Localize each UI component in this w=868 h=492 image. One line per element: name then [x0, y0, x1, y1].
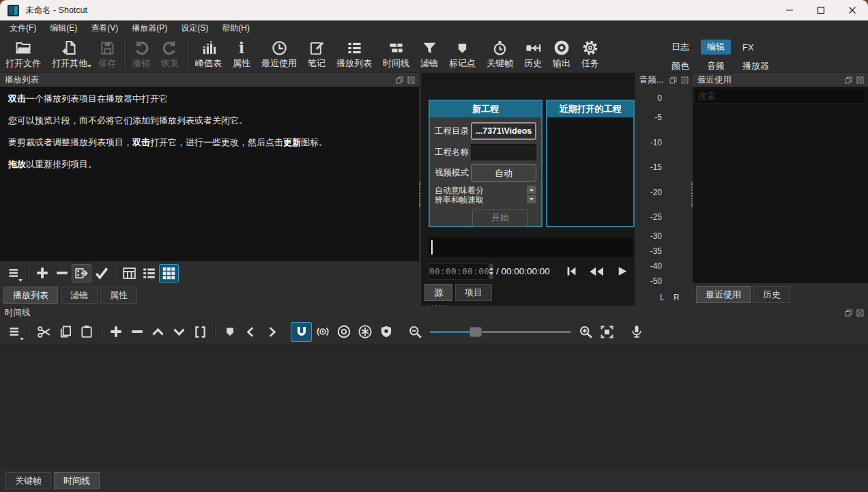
- ripple-markers-button[interactable]: [375, 322, 396, 342]
- append-button[interactable]: [105, 322, 126, 342]
- ripple-toggle-button[interactable]: [333, 322, 354, 342]
- menu-view[interactable]: 查看(V): [84, 20, 125, 35]
- audio-panel-header: 音频...: [635, 73, 693, 87]
- skip-to-start-button[interactable]: [562, 263, 581, 280]
- rewind-button[interactable]: [585, 263, 608, 280]
- tab-filters[interactable]: 滤镜: [61, 287, 98, 304]
- playlist-open-clip-button[interactable]: [72, 264, 91, 283]
- close-panel-icon[interactable]: [855, 308, 865, 317]
- playlist-panel-title: 播放列表: [0, 74, 394, 86]
- tab-keyframes[interactable]: 关键帧: [5, 472, 51, 489]
- zoom-out-button[interactable]: [405, 322, 426, 342]
- float-panel-icon[interactable]: [843, 75, 853, 85]
- notes-button[interactable]: 笔记: [302, 35, 331, 72]
- timeline-button[interactable]: 时间线: [377, 35, 415, 72]
- open-file-button[interactable]: 打开文件: [0, 35, 46, 72]
- tab-properties[interactable]: 属性: [100, 287, 137, 304]
- tab-project[interactable]: 项目: [455, 284, 492, 301]
- ripple-all-tracks-button[interactable]: [354, 322, 375, 342]
- close-panel-icon[interactable]: [680, 75, 689, 85]
- cut-button[interactable]: [33, 322, 55, 342]
- filters-button[interactable]: 滤镜: [415, 35, 444, 72]
- timeline-zoom-slider[interactable]: [430, 326, 571, 337]
- history-button[interactable]: 历史: [519, 35, 547, 72]
- layout-player-button[interactable]: 播放器: [736, 59, 775, 74]
- playlist-button[interactable]: 播放列表: [331, 35, 377, 72]
- snap-toggle-button[interactable]: [291, 322, 312, 342]
- overwrite-button[interactable]: [169, 322, 190, 342]
- keyframes-button[interactable]: 关键帧: [481, 35, 519, 72]
- float-panel-icon[interactable]: [394, 75, 404, 85]
- playlist-menu-button[interactable]: [4, 264, 24, 283]
- close-panel-icon[interactable]: [406, 75, 416, 85]
- playhead-cursor[interactable]: [431, 240, 433, 255]
- create-marker-button[interactable]: [219, 322, 240, 342]
- menu-help[interactable]: 帮助(H): [215, 20, 257, 35]
- zoom-in-button[interactable]: [575, 322, 596, 342]
- layout-color-button[interactable]: 颜色: [665, 59, 695, 74]
- start-button[interactable]: 开始: [472, 209, 528, 227]
- recent-projects-list[interactable]: [547, 117, 633, 225]
- project-folder-button[interactable]: ...7371\Videos: [471, 122, 536, 140]
- menu-settings[interactable]: 设定(S): [174, 20, 215, 35]
- player-seek-bar[interactable]: [429, 237, 633, 257]
- scrub-while-dragging-button[interactable]: [312, 322, 333, 342]
- menu-file[interactable]: 文件(F): [3, 20, 43, 35]
- layout-audio-button[interactable]: 音频: [701, 59, 731, 74]
- hint-scroll-up-button[interactable]: [527, 186, 536, 194]
- recent-button[interactable]: 最近使用: [256, 35, 302, 72]
- copy-button[interactable]: [55, 322, 76, 342]
- timeline-tracks-area[interactable]: [0, 345, 868, 469]
- tab-playlist[interactable]: 播放列表: [3, 287, 58, 304]
- minimize-button[interactable]: [774, 0, 805, 20]
- lift-button[interactable]: [147, 322, 169, 342]
- maximize-button[interactable]: [805, 0, 837, 20]
- tab-recent[interactable]: 最近使用: [696, 286, 751, 303]
- video-mode-button[interactable]: 自动: [471, 164, 536, 182]
- hint-scroll-down-button[interactable]: [527, 195, 536, 203]
- view-tiles-button[interactable]: [139, 264, 159, 283]
- close-button[interactable]: [837, 0, 868, 20]
- slider-handle[interactable]: [469, 327, 482, 337]
- menu-edit[interactable]: 编辑(E): [43, 20, 84, 35]
- float-panel-icon[interactable]: [843, 308, 853, 317]
- recent-search-input[interactable]: [694, 89, 865, 104]
- tab-source[interactable]: 源: [424, 284, 452, 301]
- zoom-fit-button[interactable]: [596, 322, 618, 342]
- previous-marker-button[interactable]: [240, 322, 261, 342]
- playlist-update-button[interactable]: [91, 264, 111, 283]
- record-audio-button[interactable]: [626, 322, 647, 342]
- menu-player[interactable]: 播放器(P): [125, 20, 174, 35]
- properties-button[interactable]: i 属性: [227, 35, 256, 72]
- peak-meter-button[interactable]: 峰值表: [190, 35, 227, 72]
- recent-files-list[interactable]: [693, 105, 868, 283]
- tab-history[interactable]: 历史: [753, 286, 790, 303]
- view-details-button[interactable]: [119, 264, 139, 283]
- layout-editing-button[interactable]: 编辑: [701, 40, 731, 55]
- ripple-delete-button[interactable]: [126, 322, 147, 342]
- float-panel-icon[interactable]: [668, 75, 678, 85]
- close-panel-icon[interactable]: [855, 75, 865, 85]
- playlist-append-button[interactable]: [32, 264, 52, 283]
- redo-button[interactable]: 恢复: [156, 35, 184, 72]
- play-button[interactable]: [613, 263, 631, 280]
- playlist-remove-button[interactable]: [52, 264, 72, 283]
- jobs-button[interactable]: 任务: [576, 35, 605, 72]
- next-marker-button[interactable]: [261, 322, 283, 342]
- paste-button[interactable]: [76, 322, 97, 342]
- layout-fx-button[interactable]: FX: [736, 41, 760, 54]
- timecode-spinner[interactable]: [489, 264, 493, 279]
- save-button[interactable]: 保存: [93, 35, 121, 72]
- open-other-button[interactable]: 打开其他: [46, 35, 93, 72]
- timecode-spinbox[interactable]: 00:00:00:00: [429, 263, 489, 280]
- undo-button[interactable]: 撤销: [127, 35, 156, 72]
- timeline-menu-button[interactable]: [4, 322, 25, 342]
- export-button[interactable]: 输出: [547, 35, 576, 72]
- tab-timeline[interactable]: 时间线: [54, 472, 100, 489]
- layout-logging-button[interactable]: 日志: [665, 40, 695, 55]
- markers-button[interactable]: 标记点: [444, 35, 481, 72]
- split-button[interactable]: [190, 322, 211, 342]
- view-icons-button[interactable]: [159, 264, 179, 283]
- toolbar-separator: [214, 323, 216, 340]
- project-name-input[interactable]: [471, 144, 536, 160]
